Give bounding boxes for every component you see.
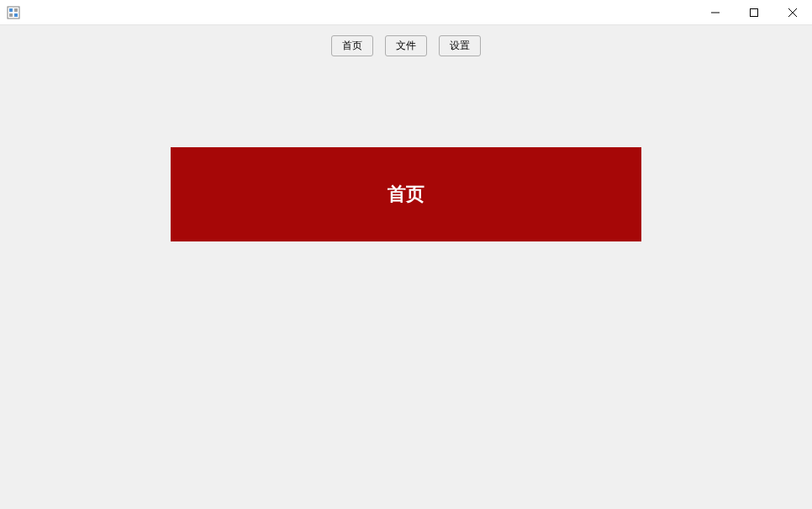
titlebar xyxy=(0,0,812,25)
window-controls xyxy=(696,0,812,24)
minimize-icon xyxy=(711,8,720,17)
tab-home[interactable]: 首页 xyxy=(331,35,373,56)
svg-rect-3 xyxy=(9,13,13,17)
panel-label: 首页 xyxy=(388,182,424,207)
minimize-button[interactable] xyxy=(696,0,735,25)
toolbar: 首页 文件 设置 xyxy=(0,25,812,56)
app-icon xyxy=(7,6,20,19)
titlebar-left xyxy=(7,6,20,19)
svg-rect-2 xyxy=(14,8,18,12)
svg-rect-1 xyxy=(9,8,13,12)
maximize-icon xyxy=(750,8,758,17)
tab-file[interactable]: 文件 xyxy=(385,35,427,56)
tab-settings[interactable]: 设置 xyxy=(439,35,481,56)
maximize-button[interactable] xyxy=(735,0,773,25)
svg-rect-4 xyxy=(14,13,18,17)
content-area: 首页 xyxy=(0,56,812,241)
content-panel: 首页 xyxy=(171,147,641,241)
close-button[interactable] xyxy=(773,0,812,25)
svg-rect-6 xyxy=(751,9,758,17)
close-icon xyxy=(788,8,797,17)
